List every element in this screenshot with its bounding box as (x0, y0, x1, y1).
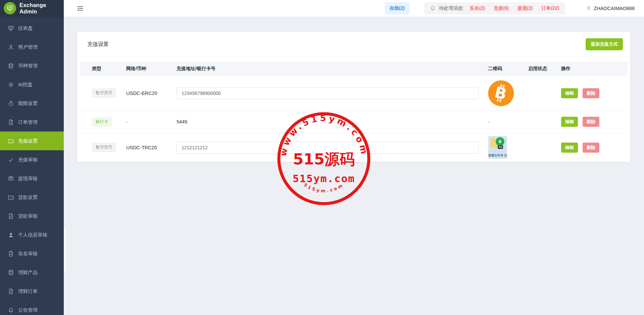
sidebar-item-loan-settings[interactable]: 贷款设置 (0, 188, 64, 207)
online-badge[interactable]: 在线(2) (385, 2, 410, 14)
qr-image-thumbnail[interactable]: 7Z 新建文件夹 (2) (488, 136, 507, 159)
app-logo-row: Exchange Admin (0, 0, 64, 17)
7z-badge: 7Z (498, 145, 503, 149)
sidebar-item-users[interactable]: 用户管理 (0, 38, 64, 56)
sidebar-item-label: 理财产品 (18, 269, 38, 276)
document-icon (8, 213, 14, 219)
sidebar-scrollbar-thumb[interactable] (64, 227, 66, 274)
sidebar-item-label: 充值设置 (18, 138, 38, 144)
recharge-settings-card: 充值设置 添加充值方式 类型 网络/币种 充值地址/银行卡号 二维码 启用状态 … (77, 32, 630, 162)
sidebar-item-personal-info-review[interactable]: 个人信息审核 (0, 225, 64, 244)
sidebar-item-wealth-products[interactable]: 理财产品 (0, 263, 64, 282)
sidebar-item-label: 贷款审核 (18, 213, 38, 219)
username: ZHAOCAIMAO888 (594, 6, 635, 11)
table-row: 数字货币 USDC-ERC20 B (80, 76, 628, 111)
table-row: 数字货币 USDC-TRC20 7Z 新建文件夹 (80, 133, 628, 162)
user-icon (586, 6, 591, 11)
address-input[interactable] (177, 142, 479, 154)
edit-button[interactable]: 编辑 (561, 88, 578, 98)
sidebar-item-label: 期限设置 (18, 100, 38, 107)
sidebar-item-label: 公告管理 (18, 307, 38, 313)
network-value: USDC-TRC20 (126, 145, 177, 150)
network-value: - (126, 119, 177, 124)
check-icon (8, 157, 14, 163)
document-check-icon (8, 251, 14, 257)
table-header-row: 类型 网络/币种 充值地址/银行卡号 二维码 启用状态 操作 (80, 62, 628, 76)
sidebar-item-recharge-settings[interactable]: 充值设置 (0, 132, 64, 150)
sidebar-item-label: 提现审核 (18, 175, 38, 182)
delete-button[interactable]: 删除 (583, 88, 599, 98)
type-tag: 数字货币 (92, 89, 116, 98)
pending-link-realname[interactable]: 实名(2) (470, 5, 485, 11)
app-logo (4, 2, 16, 14)
folder-icon (8, 138, 14, 144)
sidebar-item-ai-control[interactable]: AI控盘 (0, 75, 64, 94)
col-qrcode: 二维码 (488, 66, 528, 72)
sidebar: Exchange Admin 仪表盘 用户管理 币种管理 AI控盘 期限设置 (0, 0, 64, 315)
user-menu[interactable]: ZHAOCAIMAO888 (586, 6, 635, 11)
app-title: Exchange Admin (19, 2, 64, 15)
col-network: 网络/币种 (126, 66, 177, 72)
user-icon (8, 44, 14, 50)
sidebar-item-label: 理财订单 (18, 288, 38, 295)
document-icon (8, 288, 14, 295)
recharge-methods-table: 类型 网络/币种 充值地址/银行卡号 二维码 启用状态 操作 数字货币 USDC… (80, 62, 628, 162)
address-text: 5445 (177, 119, 488, 124)
pending-link-orders[interactable]: 订单(22) (541, 5, 559, 11)
col-type: 类型 (92, 66, 126, 72)
sidebar-item-wealth-orders[interactable]: 理财订单 (0, 282, 64, 301)
address-input[interactable] (177, 87, 479, 99)
pending-messages-bar: 待处理消息: 实名(2) 充值(6) 提现(2) 订单(22) (424, 2, 565, 14)
edit-button[interactable]: 编辑 (561, 117, 578, 127)
sidebar-item-label: 仪表盘 (18, 25, 33, 32)
sidebar-item-realname-review[interactable]: 实名审核 (0, 244, 64, 263)
pending-messages-label: 待处理消息: (439, 5, 464, 11)
page-root: Exchange Admin 仪表盘 用户管理 币种管理 AI控盘 期限设置 (0, 0, 644, 315)
col-actions: 操作 (561, 66, 628, 72)
banknote-icon (8, 175, 14, 182)
network-value: USDC-ERC20 (126, 91, 177, 96)
pending-link-recharge[interactable]: 充值(6) (494, 5, 509, 11)
person-filled-icon (8, 232, 14, 238)
sidebar-item-currencies[interactable]: 币种管理 (0, 56, 64, 75)
bitcoin-logo[interactable]: B (488, 80, 514, 106)
sidebar-item-loan-review[interactable]: 贷款审核 (0, 207, 64, 225)
dashboard-icon (8, 25, 14, 32)
delete-button[interactable]: 删除 (583, 117, 599, 127)
gear-icon (8, 82, 14, 88)
stopwatch-icon (8, 100, 14, 107)
sidebar-item-term-settings[interactable]: 期限设置 (0, 94, 64, 113)
page-title: 充值设置 (87, 41, 109, 48)
delete-button[interactable]: 删除 (583, 143, 599, 153)
presentation-chart-icon (6, 5, 13, 12)
folder-icon (8, 194, 14, 201)
sidebar-collapse-icon[interactable] (77, 5, 84, 12)
pending-link-withdraw[interactable]: 提现(2) (517, 5, 533, 11)
table-row: 银行卡 - 5445 - 编辑 删除 (80, 111, 628, 133)
main-content: 充值设置 添加充值方式 类型 网络/币种 充值地址/银行卡号 二维码 启用状态 … (64, 16, 644, 315)
type-tag: 数字货币 (92, 143, 116, 152)
sidebar-item-withdraw-review[interactable]: 提现审核 (0, 169, 64, 188)
bell-icon (430, 5, 436, 11)
coins-database-icon (8, 269, 14, 276)
sidebar-item-label: 实名审核 (18, 251, 38, 257)
add-recharge-method-button[interactable]: 添加充值方式 (586, 38, 623, 50)
sidebar-item-label: 币种管理 (18, 63, 38, 69)
sidebar-item-announcements[interactable]: 公告管理 (0, 301, 64, 315)
document-icon (8, 119, 14, 125)
sidebar-item-label: 订单管理 (18, 119, 38, 125)
col-status: 启用状态 (528, 66, 561, 72)
sidebar-item-dashboard[interactable]: 仪表盘 (0, 19, 64, 38)
sidebar-item-orders[interactable]: 订单管理 (0, 113, 64, 132)
topbar: 在线(2) 待处理消息: 实名(2) 充值(6) 提现(2) 订单(22) Z (64, 0, 644, 16)
thumbnail-caption: 新建文件夹 (2) (488, 153, 507, 159)
col-address: 充值地址/银行卡号 (177, 66, 488, 72)
type-tag: 银行卡 (92, 117, 112, 126)
sidebar-item-label: AI控盘 (18, 82, 33, 88)
sidebar-item-recharge-review[interactable]: 充值审核 (0, 150, 64, 169)
bell-icon (8, 307, 14, 313)
sidebar-item-label: 贷款设置 (18, 194, 38, 201)
edit-button[interactable]: 编辑 (561, 143, 578, 153)
lightning-icon (496, 137, 504, 146)
sidebar-item-label: 用户管理 (18, 44, 38, 50)
